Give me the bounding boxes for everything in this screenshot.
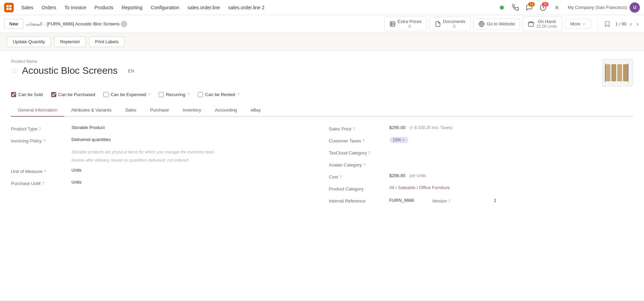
recurring-checkbox[interactable]: Recurring ?: [159, 92, 190, 97]
extra-prices-icon: [389, 21, 396, 27]
invoicing-policy-value[interactable]: Delivered quantities: [71, 137, 315, 142]
recurring-help-icon[interactable]: ?: [188, 92, 190, 97]
product-type-row: Product Type ? Storable Product: [11, 125, 315, 131]
can-be-sold-input[interactable]: [11, 92, 16, 97]
taxcloud-label: TaxCloud Category ?: [329, 149, 384, 155]
app-logo[interactable]: [4, 3, 14, 12]
version-help-icon[interactable]: ?: [448, 199, 451, 204]
can-be-sold-checkbox[interactable]: Can be Sold: [11, 92, 43, 97]
internal-ref-row: Internal Reference FURN_6666 Version ? 1: [329, 197, 633, 204]
tab-attributes-variants[interactable]: Attributes & Variants: [64, 104, 118, 117]
version-value: 1: [494, 198, 496, 203]
breadcrumb: المنتجات › [FURN_6666] Acoustic Bloc Scr…: [26, 21, 127, 27]
cost-values: $286.85 per Units: [389, 173, 426, 178]
prev-button[interactable]: ‹: [629, 20, 633, 28]
tab-sales[interactable]: Sales: [118, 104, 143, 117]
can-be-rented-checkbox[interactable]: Can be Rented ?: [198, 92, 239, 97]
svg-rect-19: [623, 64, 628, 81]
purchase-uom-row: Purchase UoM ? Units: [11, 180, 315, 186]
next-button[interactable]: ›: [635, 20, 640, 28]
more-button[interactable]: More: [565, 19, 591, 29]
replenish-button[interactable]: Replenish: [54, 36, 86, 47]
purchase-uom-help-icon[interactable]: ?: [42, 181, 44, 186]
recurring-input[interactable]: [159, 92, 164, 97]
tab-general-information[interactable]: General Information: [11, 104, 64, 117]
general-info-form: Product Type ? Storable Product Invoicin…: [11, 117, 633, 217]
tab-purchase[interactable]: Purchase: [143, 104, 176, 117]
documents-button[interactable]: Documents 0: [430, 16, 471, 31]
clock-icon[interactable]: 30: [538, 2, 549, 13]
uom-help-icon[interactable]: ?: [44, 169, 46, 174]
purchase-uom-value[interactable]: Units: [71, 180, 315, 185]
sales-price-row: Sales Price ? $295.00 (= $ 339.25 Incl. …: [329, 125, 633, 131]
tab-ebay[interactable]: eBay: [244, 104, 268, 117]
go-to-website-button[interactable]: Go to Website: [473, 19, 520, 30]
tax-badge[interactable]: 15% ×: [389, 137, 408, 143]
extra-prices-button[interactable]: Extra Prices 0: [384, 16, 427, 31]
user-avatar[interactable]: U: [630, 2, 640, 13]
nav-sales[interactable]: Sales: [18, 3, 37, 12]
can-be-expensed-help-icon[interactable]: ?: [148, 92, 151, 97]
customer-taxes-help-icon[interactable]: ?: [362, 139, 365, 143]
cost-unit: per Units: [410, 173, 426, 178]
product-type-help-icon[interactable]: ?: [38, 127, 41, 131]
can-be-rented-help-icon[interactable]: ?: [237, 92, 240, 97]
svg-rect-3: [9, 8, 11, 10]
internal-ref-values: FURN_6666 Version ? 1: [389, 197, 497, 204]
tax-remove-icon[interactable]: ×: [403, 138, 405, 142]
hint-storable: Storable products are physical items for…: [71, 149, 315, 155]
taxcloud-help-icon[interactable]: ?: [368, 151, 371, 155]
on-hand-label: On Hand: [536, 19, 557, 24]
tab-accounting[interactable]: Accounting: [208, 104, 244, 117]
product-category-label: Product Category: [329, 185, 384, 192]
can-be-rented-input[interactable]: [198, 92, 203, 97]
breadcrumb-parent[interactable]: المنتجات: [26, 21, 43, 26]
status-indicator[interactable]: [496, 2, 507, 13]
unit-of-measure-value[interactable]: Units: [71, 167, 315, 173]
cost-help-icon[interactable]: ?: [339, 175, 342, 180]
language-badge[interactable]: EN: [128, 68, 134, 73]
svg-rect-21: [628, 63, 629, 82]
on-hand-button[interactable]: On Hand 25.00 Units: [523, 16, 562, 31]
sales-price-value[interactable]: $295.00: [389, 125, 406, 130]
update-quantity-button[interactable]: Update Quantity: [7, 36, 51, 47]
print-labels-button[interactable]: Print Labels: [89, 36, 125, 47]
nav-products[interactable]: Products: [91, 3, 117, 12]
invoicing-policy-row: Invoicing Policy ? Delivered quantities: [11, 137, 315, 143]
nav-sales-order-line[interactable]: sales.order.line: [184, 3, 223, 12]
nav-configuration[interactable]: Configuration: [147, 3, 183, 12]
new-button[interactable]: New: [4, 19, 23, 29]
product-image[interactable]: [602, 59, 633, 86]
can-be-expensed-label: Can be Expensed: [111, 92, 146, 97]
secondary-navigation: New المنتجات › [FURN_6666] Acoustic Bloc…: [0, 15, 644, 33]
internal-ref-value[interactable]: FURN_6666: [389, 198, 414, 203]
invoicing-policy-help-icon[interactable]: ?: [43, 139, 46, 143]
product-type-label: Product Type ?: [11, 125, 66, 131]
can-be-purchased-checkbox[interactable]: Can be Purchased: [51, 92, 95, 97]
avatax-help-icon[interactable]: ?: [363, 163, 365, 167]
documents-count: 0: [443, 24, 466, 29]
nav-sales-order-line-2[interactable]: sales.order.line 2: [225, 3, 268, 12]
phone-icon[interactable]: [510, 2, 521, 13]
nav-orders[interactable]: Orders: [38, 3, 60, 12]
favorite-star-icon[interactable]: ☆: [11, 66, 19, 76]
bookmark-icon[interactable]: [604, 21, 611, 27]
chat-icon[interactable]: 14: [524, 2, 535, 13]
svg-rect-9: [390, 22, 395, 26]
cost-value[interactable]: $286.85: [389, 173, 406, 178]
product-type-value[interactable]: Storable Product: [71, 125, 315, 130]
sales-price-help-icon[interactable]: ?: [353, 127, 355, 131]
tab-inventory[interactable]: Inventory: [176, 104, 208, 117]
can-be-expensed-checkbox[interactable]: Can be Expensed ?: [103, 92, 150, 97]
can-be-purchased-input[interactable]: [51, 92, 56, 97]
close-icon[interactable]: [551, 2, 562, 13]
can-be-expensed-input[interactable]: [103, 92, 109, 97]
recurring-label: Recurring: [166, 92, 185, 97]
product-category-value[interactable]: All / Saleable / Office Furniture: [389, 185, 633, 190]
extra-prices-label: Extra Prices: [398, 19, 422, 24]
settings-gear-icon[interactable]: [121, 21, 127, 27]
pager-text: 1 / 80: [615, 21, 627, 26]
nav-to-invoice[interactable]: To Invoice: [61, 3, 90, 12]
nav-reporting[interactable]: Reporting: [118, 3, 146, 12]
svg-rect-18: [617, 64, 622, 81]
